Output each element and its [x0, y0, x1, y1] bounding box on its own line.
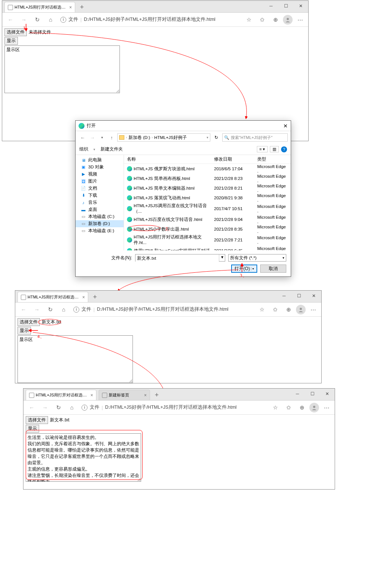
- nav-recent-icon[interactable]: ▾: [98, 133, 106, 142]
- tree-item[interactable]: ▭新加卷 (D:): [76, 220, 124, 227]
- view-mode-button[interactable]: ≡ ▾: [257, 146, 268, 152]
- minimize-button[interactable]: ─: [264, 1, 278, 11]
- back-button[interactable]: ←: [4, 14, 16, 26]
- forward-button[interactable]: →: [18, 14, 30, 26]
- favorites-bar-icon[interactable]: ✩: [256, 14, 268, 26]
- refresh-button[interactable]: ↻: [31, 14, 43, 26]
- tree-item[interactable]: ▭本地磁盘 (E:): [76, 227, 124, 234]
- browser-tab-1[interactable]: HTML+JS用打开对话框选择本地 ×: [26, 390, 96, 400]
- favorites-bar-icon[interactable]: ✩: [269, 304, 281, 316]
- new-tab-button[interactable]: +: [90, 292, 100, 302]
- close-tab-icon[interactable]: ×: [144, 393, 147, 398]
- profile-avatar[interactable]: [296, 305, 306, 314]
- collections-icon[interactable]: ⊕: [296, 402, 308, 414]
- minimize-button[interactable]: ─: [277, 291, 291, 301]
- new-tab-button[interactable]: +: [77, 2, 87, 12]
- profile-avatar[interactable]: [283, 15, 293, 25]
- back-button[interactable]: ←: [17, 304, 29, 316]
- browser-tab-2[interactable]: 新建标签页 ×: [99, 390, 150, 400]
- favorite-icon[interactable]: ☆: [243, 14, 255, 26]
- col-header-name[interactable]: 名称: [127, 156, 214, 162]
- nav-up-icon[interactable]: ↑: [108, 133, 116, 142]
- path-part[interactable]: HTML+JS好例子: [154, 135, 187, 140]
- tree-item[interactable]: ▭本地磁盘 (C:): [76, 213, 124, 220]
- menu-icon[interactable]: ⋯: [307, 304, 319, 316]
- collections-icon[interactable]: ⊕: [270, 14, 281, 26]
- close-tab-icon[interactable]: ×: [90, 393, 93, 398]
- info-icon[interactable]: i: [73, 307, 79, 313]
- browser-tab[interactable]: HTML+JS用打开对话框选择本地 ×: [4, 2, 75, 12]
- tree-item[interactable]: ▣3D 对象: [76, 164, 124, 171]
- nav-forward-icon[interactable]: →: [88, 133, 96, 142]
- help-icon[interactable]: ?: [281, 146, 287, 152]
- file-row[interactable]: HTML+JS百度在线文字转语音.html2021/2/28 9:04Micro…: [124, 215, 291, 224]
- filename-dropdown-icon[interactable]: ▾: [219, 254, 225, 261]
- file-row[interactable]: HTML+JS 简单文本编辑器.html2021/2/28 8:21Micros…: [124, 183, 291, 193]
- maximize-button[interactable]: ☐: [278, 1, 293, 11]
- favorites-bar-icon[interactable]: ✩: [283, 402, 294, 414]
- display-textarea[interactable]: [4, 45, 120, 93]
- path-refresh-icon[interactable]: ↻: [212, 133, 221, 142]
- show-button[interactable]: 显示: [26, 425, 39, 433]
- folder-tree[interactable]: 🖥此电脑▣3D 对象▶视频🖼图片📄文档⬇下载♪音乐▬桌面▭本地磁盘 (C:)▭新…: [76, 155, 124, 250]
- refresh-button[interactable]: ↻: [52, 402, 64, 414]
- show-button[interactable]: 显示: [17, 327, 31, 335]
- close-window-button[interactable]: ✕: [320, 389, 335, 399]
- choose-file-button[interactable]: 选择文件: [17, 318, 40, 326]
- file-row[interactable]: HTML+JS用打开对话框选择本地文件.ht...2021/2/28 7:21M…: [124, 234, 291, 246]
- tree-item[interactable]: 🖼图片: [76, 178, 124, 185]
- tree-item[interactable]: 🖥此电脑: [76, 156, 124, 164]
- cancel-button[interactable]: 取消: [260, 265, 286, 273]
- close-tab-icon[interactable]: ×: [82, 295, 85, 300]
- close-tab-icon[interactable]: ×: [69, 5, 72, 10]
- favorite-icon[interactable]: ☆: [269, 402, 281, 414]
- new-tab-button[interactable]: +: [152, 390, 162, 400]
- profile-avatar[interactable]: [309, 403, 319, 412]
- file-row[interactable]: HTML+JS 简单画布画板.html2021/2/28 8:23Microso…: [124, 174, 291, 183]
- file-row[interactable]: 使用HTML和JavaScript实现用打开对话...2021/2/28 6:4…: [124, 246, 291, 250]
- tree-item[interactable]: ▬桌面: [76, 206, 124, 213]
- forward-button[interactable]: →: [39, 402, 51, 414]
- file-row[interactable]: HTML+JS小学数学出题.html2021/2/28 8:35Microsof…: [124, 224, 291, 234]
- file-row[interactable]: HTML+JS 落英缤飞动画.html2020/8/21 9:38Microso…: [124, 193, 291, 203]
- path-bar[interactable]: › 新加卷 (D:) › HTML+JS好例子 ▾: [117, 133, 210, 142]
- dialog-close-button[interactable]: ✕: [283, 123, 288, 129]
- choose-file-button[interactable]: 选择文件: [26, 416, 48, 424]
- browser-tab[interactable]: HTML+JS用打开对话框选择本地 ×: [17, 292, 88, 302]
- menu-icon[interactable]: ⋯: [294, 14, 306, 26]
- file-list[interactable]: 名称 修改日期 类型 HTML+JS 俄罗斯方块游戏.html2018/6/5 …: [124, 155, 291, 250]
- maximize-button[interactable]: ☐: [305, 389, 320, 399]
- file-row[interactable]: HTML+JSJS调用百度在线文字转语音（...2017/4/7 10:51Mi…: [124, 203, 291, 215]
- tree-item[interactable]: ♪音乐: [76, 199, 124, 206]
- file-type-filter[interactable]: 所有文件 (*.*) ▾: [228, 254, 286, 262]
- refresh-button[interactable]: ↻: [44, 304, 56, 316]
- forward-button[interactable]: →: [31, 304, 43, 316]
- maximize-button[interactable]: ☐: [291, 291, 306, 301]
- nav-back-icon[interactable]: ←: [79, 133, 87, 142]
- open-button[interactable]: 打开(O)▾: [231, 265, 257, 273]
- tree-item[interactable]: 📄文档: [76, 185, 124, 192]
- path-part[interactable]: 新加卷 (D:): [128, 135, 150, 140]
- filename-input[interactable]: [136, 254, 219, 262]
- show-button[interactable]: 显示: [4, 37, 18, 45]
- home-button[interactable]: ⌂: [66, 402, 78, 414]
- close-window-button[interactable]: ✕: [293, 1, 308, 11]
- address-bar[interactable]: i 文件 | D:/HTML+JS好例子/HTML+JS用打开对话框选择本地文件…: [79, 402, 268, 413]
- minimize-button[interactable]: ─: [290, 389, 305, 399]
- search-input[interactable]: 🔍 搜索"HTML+JS好例子": [222, 133, 288, 142]
- address-bar[interactable]: i 文件 | D:/HTML+JS好例子/HTML+JS用打开对话框选择本地文件…: [71, 304, 254, 315]
- display-textarea[interactable]: [26, 433, 141, 482]
- favorite-icon[interactable]: ☆: [256, 304, 268, 316]
- back-button[interactable]: ←: [26, 402, 38, 414]
- new-folder-button[interactable]: 新建文件夹: [101, 146, 123, 152]
- address-bar[interactable]: i 文件 | D:/HTML+JS好例子/HTML+JS用打开对话框选择本地文件…: [58, 15, 241, 25]
- menu-icon[interactable]: ⋯: [321, 402, 332, 414]
- tree-item[interactable]: ⬇下载: [76, 192, 124, 199]
- home-button[interactable]: ⌂: [45, 14, 57, 26]
- close-window-button[interactable]: ✕: [306, 291, 321, 301]
- col-header-type[interactable]: 类型: [257, 156, 288, 162]
- tree-item[interactable]: ▶视频: [76, 171, 124, 178]
- info-icon[interactable]: i: [82, 405, 87, 411]
- collections-icon[interactable]: ⊕: [283, 304, 294, 316]
- home-button[interactable]: ⌂: [58, 304, 70, 316]
